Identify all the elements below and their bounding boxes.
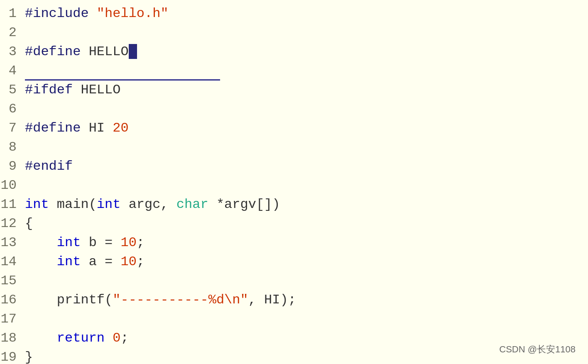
line-number-3: 3 <box>0 42 25 61</box>
watermark: CSDN @长安1108 <box>499 343 576 356</box>
code-line-10: 10 <box>0 176 588 195</box>
code-line-6: 6 <box>0 100 588 119</box>
code-line-7: 7 #define HI 20 <box>0 119 588 138</box>
code-line-11: 11 int main(int argc, char *argv[]) <box>0 195 588 214</box>
line-number-14: 14 <box>0 252 25 271</box>
code-line-13: 13 int b = 10; <box>0 233 588 252</box>
line-number-15: 15 <box>0 271 25 291</box>
line-content-5: #ifdef HELLO <box>25 81 588 100</box>
line-number-19: 19 <box>0 348 25 364</box>
line-number-2: 2 <box>0 23 25 42</box>
code-line-2: 2 <box>0 23 588 42</box>
code-line-15: 15 <box>0 271 588 291</box>
line-number-7: 7 <box>0 119 25 138</box>
line-content-12: { <box>25 214 588 233</box>
line-content-13: int b = 10; <box>25 233 588 252</box>
line-number-13: 13 <box>0 233 25 252</box>
line-number-6: 6 <box>0 100 25 119</box>
line-content-14: int a = 10; <box>25 252 588 271</box>
line-content-16: printf("-----------​%d\n", HI); <box>25 291 588 310</box>
code-line-17: 17 <box>0 310 588 329</box>
line-number-17: 17 <box>0 310 25 329</box>
line-content-1: #include "hello.h" <box>25 4 588 23</box>
line-number-10: 10 <box>0 176 25 195</box>
text-cursor <box>129 44 137 59</box>
code-line-3: 3 #define HELLO <box>0 42 588 61</box>
line-number-11: 11 <box>0 195 25 214</box>
code-editor[interactable]: 1 #include "hello.h" 2 3 #define HELLO 4… <box>0 0 588 364</box>
line-content-9: #endif <box>25 157 588 176</box>
code-line-4: 4 <box>0 61 588 81</box>
line-content-11: int main(int argc, char *argv[]) <box>25 195 588 214</box>
code-line-8: 8 <box>0 138 588 157</box>
line-number-16: 16 <box>0 291 25 310</box>
line-number-8: 8 <box>0 138 25 157</box>
line-content-3: #define HELLO <box>25 42 588 61</box>
code-line-12: 12 { <box>0 214 588 233</box>
line-number-1: 1 <box>0 4 25 23</box>
code-line-9: 9 #endif <box>0 157 588 176</box>
code-line-16: 16 printf("-----------​%d\n", HI); <box>0 291 588 310</box>
code-line-5: 5 #ifdef HELLO <box>0 81 588 100</box>
code-line-14: 14 int a = 10; <box>0 252 588 271</box>
line-number-9: 9 <box>0 157 25 176</box>
line-content-7: #define HI 20 <box>25 119 588 138</box>
line-number-5: 5 <box>0 81 25 100</box>
line-number-4: 4 <box>0 61 25 81</box>
line-number-12: 12 <box>0 214 25 233</box>
line-number-18: 18 <box>0 329 25 348</box>
code-line-1: 1 #include "hello.h" <box>0 4 588 23</box>
